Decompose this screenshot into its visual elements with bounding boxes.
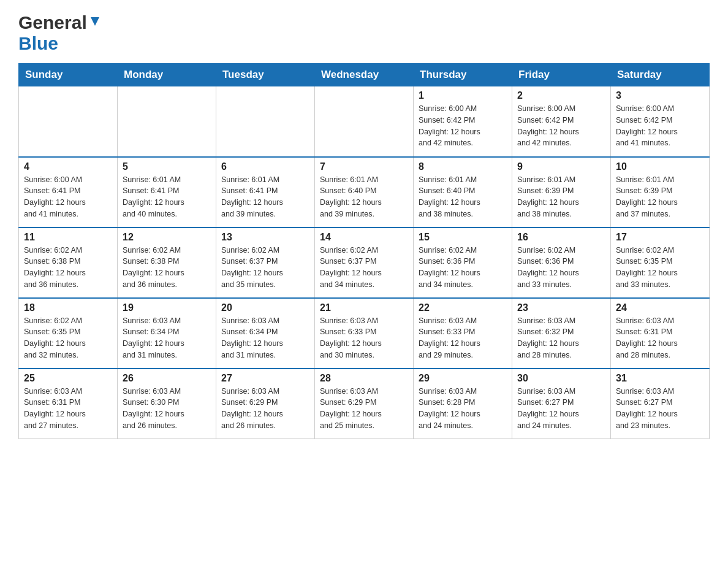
day-number: 25 (24, 373, 112, 384)
day-number: 17 (616, 232, 704, 243)
calendar-cell: 22Sunrise: 6:03 AM Sunset: 6:33 PM Dayli… (414, 298, 512, 369)
weekday-header-friday: Friday (512, 64, 611, 86)
day-number: 20 (221, 302, 309, 313)
calendar-cell: 19Sunrise: 6:03 AM Sunset: 6:34 PM Dayli… (118, 298, 216, 369)
calendar-cell: 8Sunrise: 6:01 AM Sunset: 6:40 PM Daylig… (414, 157, 512, 228)
day-info: Sunrise: 6:01 AM Sunset: 6:39 PM Dayligh… (517, 174, 605, 220)
calendar-cell: 24Sunrise: 6:03 AM Sunset: 6:31 PM Dayli… (611, 298, 710, 369)
calendar-cell: 31Sunrise: 6:03 AM Sunset: 6:27 PM Dayli… (611, 369, 710, 439)
calendar-cell: 20Sunrise: 6:03 AM Sunset: 6:34 PM Dayli… (216, 298, 315, 369)
day-info: Sunrise: 6:02 AM Sunset: 6:37 PM Dayligh… (221, 245, 309, 291)
day-number: 1 (419, 90, 507, 101)
day-info: Sunrise: 6:03 AM Sunset: 6:27 PM Dayligh… (517, 386, 605, 432)
day-info: Sunrise: 6:02 AM Sunset: 6:38 PM Dayligh… (123, 245, 211, 291)
calendar-week-row: 25Sunrise: 6:03 AM Sunset: 6:31 PM Dayli… (19, 369, 710, 439)
day-info: Sunrise: 6:01 AM Sunset: 6:40 PM Dayligh… (419, 174, 507, 220)
calendar-cell: 6Sunrise: 6:01 AM Sunset: 6:41 PM Daylig… (216, 157, 315, 228)
day-info: Sunrise: 6:03 AM Sunset: 6:28 PM Dayligh… (419, 386, 507, 432)
calendar-header-row: SundayMondayTuesdayWednesdayThursdayFrid… (19, 64, 710, 86)
calendar-cell: 16Sunrise: 6:02 AM Sunset: 6:36 PM Dayli… (512, 228, 611, 298)
day-info: Sunrise: 6:00 AM Sunset: 6:42 PM Dayligh… (616, 103, 704, 149)
calendar-cell: 9Sunrise: 6:01 AM Sunset: 6:39 PM Daylig… (512, 157, 611, 228)
calendar-cell: 23Sunrise: 6:03 AM Sunset: 6:32 PM Dayli… (512, 298, 611, 369)
day-info: Sunrise: 6:02 AM Sunset: 6:37 PM Dayligh… (320, 245, 408, 291)
calendar-cell (118, 86, 216, 157)
day-info: Sunrise: 6:03 AM Sunset: 6:32 PM Dayligh… (517, 315, 605, 361)
day-info: Sunrise: 6:03 AM Sunset: 6:27 PM Dayligh… (616, 386, 704, 432)
day-number: 4 (24, 161, 112, 172)
day-number: 15 (419, 232, 507, 243)
day-number: 3 (616, 90, 704, 101)
day-info: Sunrise: 6:01 AM Sunset: 6:40 PM Dayligh… (320, 174, 408, 220)
calendar-week-row: 4Sunrise: 6:00 AM Sunset: 6:41 PM Daylig… (19, 157, 710, 228)
day-info: Sunrise: 6:03 AM Sunset: 6:34 PM Dayligh… (221, 315, 309, 361)
day-number: 28 (320, 373, 408, 384)
calendar-cell: 2Sunrise: 6:00 AM Sunset: 6:42 PM Daylig… (512, 86, 611, 157)
day-number: 27 (221, 373, 309, 384)
day-info: Sunrise: 6:00 AM Sunset: 6:42 PM Dayligh… (419, 103, 507, 149)
logo-general-text: General (18, 12, 87, 33)
day-number: 26 (123, 373, 211, 384)
page-header: General Blue (18, 12, 710, 54)
calendar-cell (19, 86, 118, 157)
day-number: 8 (419, 161, 507, 172)
calendar-cell: 1Sunrise: 6:00 AM Sunset: 6:42 PM Daylig… (414, 86, 512, 157)
calendar-table: SundayMondayTuesdayWednesdayThursdayFrid… (18, 63, 710, 439)
day-number: 21 (320, 302, 408, 313)
day-number: 11 (24, 232, 112, 243)
day-info: Sunrise: 6:00 AM Sunset: 6:41 PM Dayligh… (24, 174, 112, 220)
day-info: Sunrise: 6:03 AM Sunset: 6:31 PM Dayligh… (616, 315, 704, 361)
calendar-cell: 17Sunrise: 6:02 AM Sunset: 6:35 PM Dayli… (611, 228, 710, 298)
day-info: Sunrise: 6:02 AM Sunset: 6:38 PM Dayligh… (24, 245, 112, 291)
day-number: 29 (419, 373, 507, 384)
calendar-cell: 15Sunrise: 6:02 AM Sunset: 6:36 PM Dayli… (414, 228, 512, 298)
day-number: 23 (517, 302, 605, 313)
weekday-header-sunday: Sunday (19, 64, 118, 86)
calendar-cell: 3Sunrise: 6:00 AM Sunset: 6:42 PM Daylig… (611, 86, 710, 157)
day-info: Sunrise: 6:02 AM Sunset: 6:36 PM Dayligh… (517, 245, 605, 291)
calendar-cell: 7Sunrise: 6:01 AM Sunset: 6:40 PM Daylig… (315, 157, 414, 228)
calendar-cell: 18Sunrise: 6:02 AM Sunset: 6:35 PM Dayli… (19, 298, 118, 369)
calendar-cell: 28Sunrise: 6:03 AM Sunset: 6:29 PM Dayli… (315, 369, 414, 439)
day-number: 9 (517, 161, 605, 172)
day-number: 24 (616, 302, 704, 313)
day-info: Sunrise: 6:01 AM Sunset: 6:41 PM Dayligh… (221, 174, 309, 220)
calendar-cell: 12Sunrise: 6:02 AM Sunset: 6:38 PM Dayli… (118, 228, 216, 298)
day-info: Sunrise: 6:02 AM Sunset: 6:35 PM Dayligh… (24, 315, 112, 361)
calendar-cell: 29Sunrise: 6:03 AM Sunset: 6:28 PM Dayli… (414, 369, 512, 439)
weekday-header-saturday: Saturday (611, 64, 710, 86)
calendar-cell: 5Sunrise: 6:01 AM Sunset: 6:41 PM Daylig… (118, 157, 216, 228)
calendar-cell: 10Sunrise: 6:01 AM Sunset: 6:39 PM Dayli… (611, 157, 710, 228)
logo-blue-text: Blue (18, 33, 58, 54)
day-number: 18 (24, 302, 112, 313)
calendar-cell: 21Sunrise: 6:03 AM Sunset: 6:33 PM Dayli… (315, 298, 414, 369)
day-number: 6 (221, 161, 309, 172)
day-number: 30 (517, 373, 605, 384)
day-number: 16 (517, 232, 605, 243)
day-number: 19 (123, 302, 211, 313)
day-number: 12 (123, 232, 211, 243)
calendar-week-row: 11Sunrise: 6:02 AM Sunset: 6:38 PM Dayli… (19, 228, 710, 298)
day-number: 22 (419, 302, 507, 313)
weekday-header-wednesday: Wednesday (315, 64, 414, 86)
calendar-week-row: 18Sunrise: 6:02 AM Sunset: 6:35 PM Dayli… (19, 298, 710, 369)
day-number: 14 (320, 232, 408, 243)
calendar-week-row: 1Sunrise: 6:00 AM Sunset: 6:42 PM Daylig… (19, 86, 710, 157)
day-info: Sunrise: 6:01 AM Sunset: 6:41 PM Dayligh… (123, 174, 211, 220)
day-number: 13 (221, 232, 309, 243)
calendar-cell (216, 86, 315, 157)
day-info: Sunrise: 6:03 AM Sunset: 6:30 PM Dayligh… (123, 386, 211, 432)
day-info: Sunrise: 6:03 AM Sunset: 6:29 PM Dayligh… (320, 386, 408, 432)
weekday-header-monday: Monday (118, 64, 216, 86)
day-info: Sunrise: 6:03 AM Sunset: 6:34 PM Dayligh… (123, 315, 211, 361)
day-info: Sunrise: 6:02 AM Sunset: 6:35 PM Dayligh… (616, 245, 704, 291)
calendar-cell: 4Sunrise: 6:00 AM Sunset: 6:41 PM Daylig… (19, 157, 118, 228)
calendar-cell: 27Sunrise: 6:03 AM Sunset: 6:29 PM Dayli… (216, 369, 315, 439)
day-number: 2 (517, 90, 605, 101)
weekday-header-tuesday: Tuesday (216, 64, 315, 86)
calendar-cell: 14Sunrise: 6:02 AM Sunset: 6:37 PM Dayli… (315, 228, 414, 298)
day-info: Sunrise: 6:01 AM Sunset: 6:39 PM Dayligh… (616, 174, 704, 220)
calendar-cell: 11Sunrise: 6:02 AM Sunset: 6:38 PM Dayli… (19, 228, 118, 298)
day-info: Sunrise: 6:03 AM Sunset: 6:33 PM Dayligh… (419, 315, 507, 361)
logo-arrow-icon (88, 15, 102, 31)
